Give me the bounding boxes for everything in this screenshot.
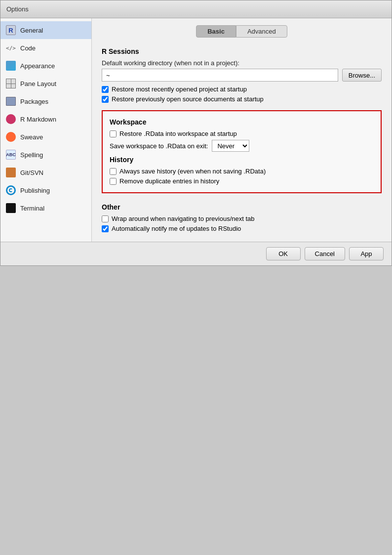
notify-updates-row: Automatically notify me of updates to RS…: [102, 225, 382, 232]
other-title: Other: [102, 203, 382, 211]
dialog-footer: OK Cancel App: [0, 242, 392, 265]
cancel-button[interactable]: Cancel: [305, 247, 345, 260]
restore-project-label: Restore most recently opened project at …: [112, 85, 247, 93]
sidebar-item-packages[interactable]: Packages: [0, 92, 91, 110]
restore-rdata-label: Restore .RData into workspace at startup: [119, 130, 237, 137]
always-save-history-label: Always save history (even when not savin…: [119, 168, 266, 175]
main-content: Basic Advanced R Sessions Default workin…: [92, 18, 392, 242]
workspace-history-box: Workspace Restore .RData into workspace …: [102, 110, 382, 193]
apply-button[interactable]: App: [349, 247, 384, 260]
sidebar-item-spelling[interactable]: ABC Spelling: [0, 146, 91, 164]
sidebar-label-rmd: R Markdown: [20, 116, 56, 123]
sidebar-label-packages: Packages: [20, 98, 48, 105]
terminal-icon: [5, 203, 16, 213]
publishing-icon: [5, 185, 16, 196]
r-sessions-title: R Sessions: [102, 47, 382, 55]
r-sessions-section: R Sessions Default working directory (wh…: [102, 45, 382, 105]
spelling-icon: ABC: [5, 149, 16, 160]
options-dialog: Options R General </> Code Appearanc: [0, 0, 392, 266]
packages-icon: [5, 96, 16, 107]
working-dir-row: Browse...: [102, 69, 382, 82]
sidebar-label-appearance: Appearance: [20, 62, 55, 70]
browse-button[interactable]: Browse...: [342, 69, 382, 82]
wrap-around-checkbox[interactable]: [102, 215, 109, 222]
dialog-title: Options: [6, 5, 29, 13]
title-bar: Options: [0, 0, 392, 18]
notify-updates-checkbox[interactable]: [102, 225, 109, 232]
appearance-icon: [5, 60, 16, 71]
sidebar-label-general: General: [20, 27, 43, 34]
rmd-icon: [5, 114, 16, 125]
sidebar-label-spelling: Spelling: [20, 151, 43, 159]
sweave-icon: [5, 131, 16, 142]
sidebar-label-code: Code: [20, 44, 36, 52]
restore-rdata-checkbox[interactable]: [110, 130, 117, 137]
ok-button[interactable]: OK: [266, 247, 301, 260]
sidebar-item-terminal[interactable]: Terminal: [0, 199, 91, 217]
workspace-section: Workspace Restore .RData into workspace …: [110, 118, 374, 152]
restore-project-checkbox[interactable]: [102, 86, 109, 93]
sidebar-item-appearance[interactable]: Appearance: [0, 57, 91, 75]
sidebar-label-pane: Pane Layout: [20, 80, 56, 87]
other-section: Other Wrap around when navigating to pre…: [102, 201, 382, 235]
sidebar-item-git-svn[interactable]: Git/SVN: [0, 164, 91, 181]
history-title: History: [110, 156, 374, 164]
dialog-body: R General </> Code Appearance: [0, 18, 392, 242]
sidebar-label-publishing: Publishing: [20, 187, 50, 194]
r-icon: R: [5, 25, 16, 36]
sidebar-item-general[interactable]: R General: [0, 21, 91, 39]
save-workspace-row: Save workspace to .RData on exit: Never …: [110, 140, 374, 152]
wrap-around-label: Wrap around when navigating to previous/…: [112, 215, 255, 222]
sidebar-item-sweave[interactable]: Sweave: [0, 128, 91, 146]
sidebar-item-publishing[interactable]: Publishing: [0, 181, 91, 199]
working-dir-label: Default working directory (when not in a…: [102, 59, 382, 67]
working-dir-input[interactable]: [102, 69, 338, 82]
sidebar-item-pane-layout[interactable]: Pane Layout: [0, 75, 91, 92]
notify-updates-label: Automatically notify me of updates to RS…: [112, 225, 241, 232]
history-section: History Always save history (even when n…: [110, 156, 374, 185]
save-workspace-label: Save workspace to .RData on exit:: [110, 142, 208, 150]
restore-source-row: Restore previously open source documents…: [102, 95, 382, 103]
sidebar-label-sweave: Sweave: [20, 133, 43, 141]
restore-source-label: Restore previously open source documents…: [112, 95, 264, 103]
restore-rdata-row: Restore .RData into workspace at startup: [110, 130, 374, 137]
git-icon: [5, 167, 16, 178]
tab-advanced[interactable]: Advanced: [236, 25, 287, 38]
sidebar-label-git: Git/SVN: [20, 169, 43, 176]
restore-project-row: Restore most recently opened project at …: [102, 85, 382, 93]
remove-duplicates-checkbox[interactable]: [110, 178, 117, 185]
sidebar: R General </> Code Appearance: [0, 18, 92, 242]
restore-source-checkbox[interactable]: [102, 96, 109, 103]
remove-duplicates-label: Remove duplicate entries in history: [119, 177, 219, 185]
code-icon: </>: [5, 43, 16, 53]
workspace-title: Workspace: [110, 118, 374, 126]
pane-icon: [5, 78, 16, 89]
wrap-around-row: Wrap around when navigating to previous/…: [102, 215, 382, 222]
always-save-history-checkbox[interactable]: [110, 168, 117, 175]
tab-bar: Basic Advanced: [102, 25, 382, 38]
remove-duplicates-row: Remove duplicate entries in history: [110, 177, 374, 185]
sidebar-label-terminal: Terminal: [20, 205, 44, 212]
tab-basic[interactable]: Basic: [196, 25, 236, 38]
always-save-history-row: Always save history (even when not savin…: [110, 168, 374, 175]
sidebar-item-r-markdown[interactable]: R Markdown: [0, 110, 91, 128]
sidebar-item-code[interactable]: </> Code: [0, 39, 91, 57]
save-workspace-dropdown[interactable]: Never Always Ask: [212, 140, 249, 152]
